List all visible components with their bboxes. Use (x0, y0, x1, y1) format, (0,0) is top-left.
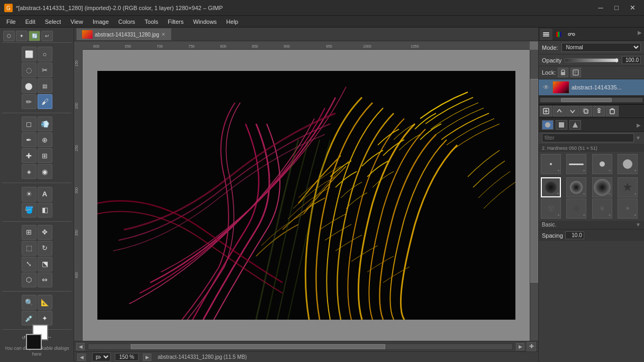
layer-item[interactable]: 👁 abstract-1414335... (539, 79, 644, 96)
layers-scroll-thumb[interactable] (561, 98, 612, 102)
heal-tool[interactable]: ✚ (22, 148, 37, 163)
ellipse-select-tool[interactable]: ○ (38, 47, 52, 61)
close-button[interactable]: ✕ (625, 3, 640, 13)
brush-splatter-4[interactable]: ⁕ + (618, 198, 638, 219)
foreground-color-swatch[interactable] (26, 334, 42, 350)
horizontal-scrollbar-thumb[interactable] (131, 344, 385, 349)
menu-tools[interactable]: Tools (140, 17, 162, 26)
scale-tool[interactable]: ⤡ (22, 257, 37, 272)
rotate-tool[interactable]: ↻ (38, 241, 52, 256)
bucket-fill-tool[interactable]: 🪣 (22, 203, 37, 218)
nav-left-button[interactable]: ◀ (76, 343, 85, 350)
canvas-viewport[interactable] (83, 50, 530, 341)
zoom-tool[interactable]: 🔍 (22, 295, 37, 310)
anchor-layer-button[interactable] (593, 106, 605, 116)
unit-select[interactable]: px % cm (92, 352, 111, 361)
rect-select-tool[interactable]: ⬜ (22, 47, 37, 61)
measure-tool[interactable]: 📐 (38, 295, 52, 310)
brush-medium[interactable]: + (566, 177, 586, 197)
opacity-slider[interactable] (565, 58, 619, 62)
opacity-value[interactable] (622, 56, 641, 64)
nav-next-button[interactable]: ▶ (143, 354, 151, 361)
clone-tool[interactable]: ⊕ (38, 132, 52, 147)
duplicate-layer-button[interactable] (579, 106, 592, 116)
ink-tool[interactable]: ✒ (22, 132, 37, 147)
maximize-button[interactable]: □ (609, 3, 624, 13)
layer-visibility-button[interactable]: 👁 (542, 83, 550, 92)
pencil-tool[interactable]: ✏ (22, 94, 37, 109)
tool-opt-3[interactable]: 🔄 (29, 31, 40, 41)
brush-category-arrow[interactable]: ▼ (636, 222, 641, 228)
move-tool[interactable]: ✥ (38, 225, 52, 240)
color-picker-tool[interactable]: 💉 (22, 311, 37, 325)
brush-large[interactable]: + (592, 177, 612, 197)
new-layer-button[interactable] (540, 106, 552, 116)
brush-splatter-2[interactable]: ❋ + (566, 198, 586, 219)
eraser-tool[interactable]: ◻ (22, 116, 37, 131)
panel-tab-paths[interactable] (565, 29, 578, 40)
paths-tool[interactable]: ✦ (38, 311, 52, 325)
menu-view[interactable]: View (66, 17, 87, 26)
perspective-tool[interactable]: ⬡ (22, 273, 37, 287)
vertical-scrollbar[interactable] (530, 50, 538, 341)
brush-tab-2[interactable] (556, 120, 567, 130)
free-select-tool[interactable]: ◌ (22, 62, 37, 77)
menu-help[interactable]: Help (222, 17, 243, 26)
horizontal-scrollbar-track[interactable] (88, 343, 513, 350)
mode-select[interactable]: Normal Dissolve Multiply Screen Overlay (561, 43, 641, 52)
panel-tab-channels[interactable] (552, 29, 565, 40)
lock-pixels-button[interactable] (558, 68, 568, 77)
smudge-tool[interactable]: ◉ (38, 164, 52, 179)
minimize-button[interactable]: ─ (593, 3, 608, 13)
shear-tool[interactable]: ⬔ (38, 257, 52, 272)
canvas-tab[interactable]: abstract-1414331_1280.jpg ✕ (76, 28, 171, 40)
blur-sharpen-tool[interactable]: ◈ (22, 164, 37, 179)
nav-right-button[interactable]: ▶ (516, 343, 524, 350)
raise-layer-button[interactable] (553, 106, 566, 116)
brush-dot-small[interactable]: + (541, 154, 561, 174)
delete-layer-button[interactable] (606, 106, 619, 116)
brush-filter-input[interactable] (542, 133, 634, 142)
menu-image[interactable]: Image (88, 17, 113, 26)
lock-position-button[interactable] (570, 68, 581, 77)
menu-filters[interactable]: Filters (164, 17, 188, 26)
brush-splatter-3[interactable]: ✳ + (592, 198, 612, 219)
panel-expand-button[interactable]: ▶ (637, 29, 643, 40)
paintbrush-tool[interactable]: 🖌 (38, 94, 52, 109)
menu-colors[interactable]: Colors (114, 17, 140, 26)
menu-edit[interactable]: Edit (21, 17, 40, 26)
brush-line[interactable]: + (566, 154, 586, 174)
layers-scroll-track[interactable] (540, 97, 643, 103)
brush-star[interactable]: ★ + (618, 177, 638, 197)
align-tool[interactable]: ⊞ (22, 225, 37, 240)
zoom-input[interactable] (115, 353, 139, 361)
brush-large-dot[interactable]: + (618, 154, 638, 174)
flip-tool[interactable]: ⇔ (38, 273, 52, 287)
menu-file[interactable]: File (2, 17, 20, 26)
perspective-clone-tool[interactable]: ⊞ (38, 148, 52, 163)
vertical-scrollbar-thumb[interactable] (530, 79, 538, 283)
swap-colors-icon[interactable]: ↔ (47, 334, 52, 340)
brush-tab-3[interactable] (569, 120, 581, 130)
blend-tool[interactable]: ◧ (38, 203, 52, 218)
brush-expand-button[interactable]: ▶ (637, 122, 641, 128)
cross-button[interactable]: ✚ (527, 342, 536, 351)
brush-medium-dot[interactable]: + (592, 154, 612, 174)
brush-tab-1[interactable] (542, 120, 554, 130)
menu-select[interactable]: Select (41, 17, 66, 26)
menu-windows[interactable]: Windows (189, 17, 221, 26)
brush-splatter-1[interactable]: ✾ + (541, 198, 561, 219)
tool-opt-4[interactable]: ↩ (41, 31, 53, 41)
tool-opt-1[interactable]: ⬡ (3, 31, 15, 41)
crop-tool[interactable]: ⬚ (22, 241, 37, 256)
airbrush-tool[interactable]: 💨 (38, 116, 52, 131)
by-color-tool[interactable]: ▤ (38, 78, 52, 93)
panel-tab-layers[interactable] (540, 29, 552, 40)
tool-opt-2[interactable]: ✦ (16, 31, 28, 41)
spacing-value[interactable] (565, 231, 584, 239)
brush-hard-selected[interactable]: + (541, 177, 561, 197)
tab-close-button[interactable]: ✕ (161, 32, 166, 37)
lower-layer-button[interactable] (566, 106, 579, 116)
fuzzy-select-tool[interactable]: ⬤ (22, 78, 37, 93)
text-tool[interactable]: A (38, 187, 52, 202)
